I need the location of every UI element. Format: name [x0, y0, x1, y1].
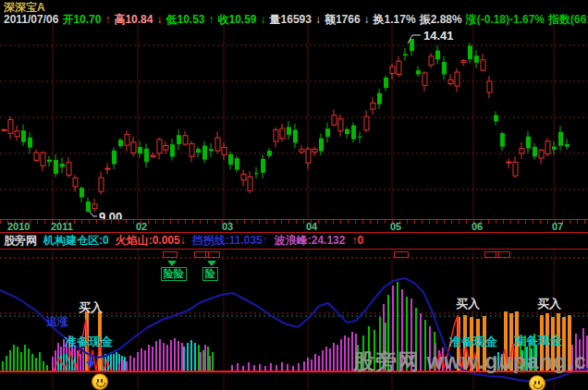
candle-body	[8, 120, 13, 134]
candle-body	[92, 204, 97, 209]
candle-body	[280, 128, 285, 139]
candle-body	[487, 81, 492, 92]
indicator-bar	[190, 340, 192, 371]
time-axis-label: 2010	[7, 221, 30, 232]
indicator-bar	[80, 354, 81, 371]
indicator-bar	[6, 356, 7, 371]
signal-label: 追涨	[46, 314, 68, 330]
indicator-bar	[174, 338, 176, 371]
signal-label: 准备现金	[65, 334, 113, 350]
candle-body	[513, 162, 518, 176]
candle-body	[105, 168, 110, 169]
candle-body	[306, 149, 311, 163]
candle-body	[364, 116, 369, 130]
candle-body	[241, 175, 246, 180]
indicator-bar	[148, 345, 150, 371]
candle-body	[558, 132, 563, 146]
down-triangle-icon	[207, 261, 216, 266]
time-axis-ticks	[0, 220, 588, 224]
candlestick-chart[interactable]: 14.419.00	[0, 24, 588, 219]
candle-body	[209, 149, 214, 151]
indicator-bar	[170, 340, 172, 371]
indicator-bar	[307, 358, 309, 371]
risk-warning-box: 险险	[161, 267, 187, 281]
indicator-bar	[122, 360, 124, 371]
candle-body	[442, 62, 447, 74]
indicator-bar	[270, 363, 272, 371]
candle-body	[384, 78, 388, 88]
smiley-mouth	[533, 384, 543, 389]
time-axis-label: 04	[306, 221, 317, 232]
indicator-bar	[237, 363, 239, 371]
candle-body	[410, 39, 414, 51]
candle-body	[351, 126, 356, 140]
indicator-header-segment: ↑0	[351, 234, 363, 247]
indicator-bar	[113, 354, 115, 371]
candle-body	[144, 149, 149, 162]
indicator-bar	[152, 347, 153, 371]
indicator-bar	[126, 361, 128, 371]
indicator-bar	[303, 361, 305, 371]
indicator-bar	[166, 345, 168, 371]
indicator-bar	[129, 356, 131, 371]
candle-body	[287, 127, 291, 134]
high-price-label: 14.41	[423, 29, 454, 43]
indicator-bar	[212, 352, 214, 371]
candle-body	[552, 147, 557, 150]
time-axis-label: 03	[222, 221, 233, 232]
candle-body	[170, 144, 175, 156]
candle-body	[423, 73, 427, 85]
candle-body	[507, 162, 511, 163]
indicator-bar	[333, 343, 335, 371]
indicator-bar	[248, 362, 250, 371]
indicator-bar	[43, 361, 44, 371]
indicator-bar	[204, 345, 206, 371]
indicator-bar	[39, 352, 41, 371]
candle-body	[215, 138, 220, 151]
indicator-header-segment: 机构建仓区:0	[43, 234, 109, 247]
candle-body	[371, 104, 375, 110]
candle-body	[325, 128, 330, 137]
indicator-bar	[325, 347, 327, 371]
candle-body	[481, 60, 485, 70]
watermark: 股旁网 www.gupang.com	[353, 347, 588, 376]
candle-body	[190, 144, 194, 157]
indicator-bar	[276, 365, 277, 371]
candle-body	[461, 61, 466, 63]
down-triangle-icon	[167, 261, 177, 266]
signal-label: 买入	[537, 296, 561, 312]
candle-body	[228, 154, 233, 165]
candle-body	[164, 146, 168, 151]
indicator-bar	[9, 350, 11, 371]
indicator-bar	[253, 365, 255, 371]
indicator-bar	[116, 352, 117, 371]
low-price-label: 9.00	[99, 210, 122, 219]
indicator-bar	[137, 352, 139, 371]
candle-body	[157, 140, 162, 153]
time-axis[interactable]: 20102011020304050607	[0, 219, 588, 233]
indicator-panel[interactable]: 股旁网 www.gupang.com 追涨买入买入买入准备现金准备现金准备现金险…	[0, 249, 588, 390]
signal-mark-box	[496, 251, 510, 258]
indicator-bar	[118, 363, 120, 371]
time-axis-label: 06	[472, 221, 483, 232]
indicator-bar	[329, 348, 331, 371]
candle-body	[338, 119, 343, 131]
candle-body	[332, 116, 337, 125]
candle-body	[248, 177, 252, 191]
signal-label: 买入	[79, 299, 103, 316]
candle-body	[345, 129, 349, 134]
candle-body	[138, 147, 142, 153]
indicator-bar	[178, 341, 179, 371]
indicator-bar	[348, 337, 349, 371]
candle-body	[435, 51, 440, 60]
candle-body	[54, 160, 58, 174]
candle-body	[196, 149, 201, 152]
indicator-bar	[28, 348, 30, 371]
candle-body	[261, 159, 265, 173]
candle-body	[539, 150, 544, 158]
candle-body	[533, 147, 537, 156]
candle-body	[47, 160, 52, 162]
indicator-bar	[209, 356, 211, 371]
indicator-header[interactable]: 股旁网机构建仓区:0火焰山:0.005↓挡拐线:11.035↑波浪峰:24.13…	[4, 233, 588, 249]
candle-body	[565, 144, 570, 147]
